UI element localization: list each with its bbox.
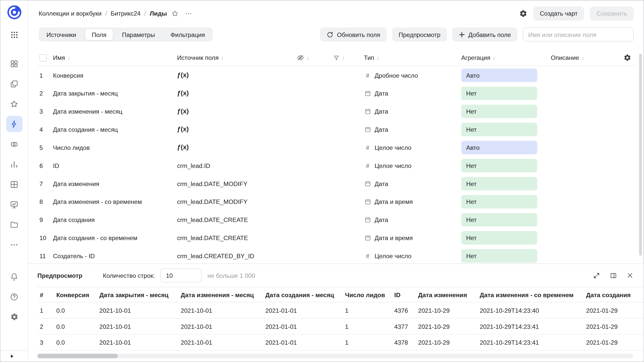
field-row[interactable]: 9 Дата создания crm_lead.DATE_CREATE Дат…	[37, 211, 636, 229]
tab-sources[interactable]: Источники	[38, 27, 84, 41]
field-row-number: 4	[37, 126, 53, 133]
row-count-input[interactable]	[160, 268, 202, 283]
aggregation-badge[interactable]: Нет	[461, 105, 537, 118]
sidebar-item-workbooks[interactable]	[6, 75, 22, 92]
save-button[interactable]: Сохранить	[590, 6, 634, 20]
select-all-checkbox[interactable]	[39, 54, 47, 61]
aggregation-badge[interactable]: Нет	[461, 213, 537, 227]
field-row[interactable]: 11 Создатель - ID crm_lead.CREATED_BY_ID…	[37, 247, 636, 263]
preview-column-header: Дата создания	[586, 291, 644, 298]
preview-toggle-button[interactable]: Предпросмотр	[392, 27, 447, 41]
field-name[interactable]: Дата создания	[53, 216, 177, 223]
apps-grid-icon[interactable]	[10, 31, 18, 39]
field-name[interactable]: Создатель - ID	[53, 252, 177, 259]
dataset-settings-gear-icon[interactable]	[519, 9, 528, 18]
datalens-logo-icon[interactable]	[6, 5, 22, 20]
refresh-fields-button[interactable]: Обновить поля	[320, 27, 387, 41]
horizontal-scrollbar-thumb[interactable]	[37, 354, 118, 358]
field-row-number: 6	[37, 162, 53, 169]
favorite-star-icon[interactable]	[172, 10, 179, 17]
sidebar-item-favorites[interactable]	[6, 96, 22, 112]
field-type[interactable]: # Дробное число	[358, 72, 461, 79]
tab-fields[interactable]: Поля	[85, 29, 113, 40]
add-field-button[interactable]: Добавить поле	[452, 27, 517, 41]
field-row[interactable]: 7 Дата изменения crm_lead.DATE_MODIFY Да…	[37, 174, 636, 193]
sidebar-item-charts[interactable]	[6, 156, 22, 172]
field-name[interactable]: ID	[53, 162, 177, 169]
aggregation-badge[interactable]: Нет	[461, 86, 537, 100]
field-type[interactable]: # Целое число	[358, 162, 461, 169]
tab-filtration[interactable]: Фильтрация	[163, 27, 213, 41]
field-name[interactable]: Дата закрытия - месяц	[53, 90, 177, 97]
breadcrumb-collections[interactable]: Коллекции и воркбуки	[38, 10, 101, 17]
field-type[interactable]: Дата	[358, 126, 461, 133]
field-name[interactable]: Дата изменения	[53, 180, 177, 187]
sidebar-item-dashboards[interactable]	[6, 196, 22, 212]
aggregation-badge[interactable]: Авто	[461, 141, 537, 154]
sidebar-item-collections[interactable]	[6, 55, 22, 72]
expand-preview-icon[interactable]	[593, 272, 600, 279]
tab-parameters[interactable]: Параметры	[114, 27, 163, 41]
aggregation-badge[interactable]: Нет	[461, 249, 537, 262]
breadcrumb-workbook[interactable]: Битрикс24	[111, 10, 141, 17]
dock-preview-icon[interactable]	[610, 272, 617, 279]
field-row[interactable]: 10 Дата создания - со временем crm_lead.…	[37, 229, 636, 247]
field-search-input[interactable]	[523, 27, 634, 41]
preview-actions	[593, 272, 633, 279]
vertical-scrollbar[interactable]	[639, 54, 642, 256]
create-chart-button[interactable]: Создать чарт	[533, 6, 584, 20]
field-name[interactable]: Дата создания - месяц	[53, 126, 177, 133]
field-row[interactable]: 4 Дата создания - месяц ƒ(x) Дата Нет	[37, 120, 636, 138]
field-row[interactable]: 8 Дата изменения - со временем crm_lead.…	[37, 193, 636, 211]
column-header-source[interactable]: Источник поля ↓	[177, 54, 294, 61]
field-type[interactable]: Дата	[358, 216, 461, 223]
field-type[interactable]: Дата	[358, 90, 461, 97]
field-name[interactable]: Конверсия	[53, 72, 177, 79]
column-header-aggregation[interactable]: Агрегация ↓	[461, 54, 542, 61]
aggregation-badge[interactable]: Нет	[461, 122, 537, 136]
field-type[interactable]: # Целое число	[358, 252, 461, 259]
sidebar-item-more[interactable]	[6, 236, 22, 253]
column-header-filter[interactable]: ↓	[329, 54, 358, 61]
field-aggregation-cell: Авто	[461, 141, 542, 154]
settings-button[interactable]	[6, 309, 22, 325]
sidebar-item-connections[interactable]	[6, 116, 22, 132]
column-header-description[interactable]: Описание ↓	[543, 54, 618, 61]
help-button[interactable]	[6, 289, 22, 305]
expand-sidebar-icon[interactable]	[10, 354, 15, 359]
field-row[interactable]: 2 Дата закрытия - месяц ƒ(x) Дата Нет	[37, 84, 636, 102]
aggregation-badge[interactable]: Нет	[461, 177, 537, 190]
preview-cell: 2021-10-29	[418, 323, 480, 330]
sidebar-item-files[interactable]	[6, 216, 22, 233]
table-settings-gear-icon[interactable]	[618, 54, 636, 62]
field-aggregation-cell: Нет	[461, 213, 542, 227]
sidebar-item-tables[interactable]	[6, 176, 22, 192]
field-type[interactable]: Дата	[358, 108, 461, 115]
aggregation-badge[interactable]: Авто	[461, 68, 537, 82]
field-row[interactable]: 3 Дата изменения - месяц ƒ(x) Дата Нет	[37, 102, 636, 120]
field-row[interactable]: 1 Конверсия ƒ(x) # Дробное число Авто	[37, 66, 636, 84]
sidebar-item-datasets[interactable]	[6, 136, 22, 152]
field-name[interactable]: Дата создания - со временем	[53, 234, 177, 241]
preview-column-header: Дата изменения	[418, 291, 480, 298]
column-header-type[interactable]: Тип ↓	[358, 54, 461, 61]
column-header-visibility[interactable]: ↓	[294, 54, 329, 62]
field-row[interactable]: 6 ID crm_lead.ID # Целое число Нет	[37, 156, 636, 174]
field-type[interactable]: Дата и время	[358, 198, 461, 205]
field-name[interactable]: Дата изменения - месяц	[53, 108, 177, 115]
number-type-icon: #	[364, 72, 371, 79]
notifications-button[interactable]	[6, 268, 22, 285]
field-name[interactable]: Дата изменения - со временем	[53, 198, 177, 205]
aggregation-badge[interactable]: Нет	[461, 231, 537, 244]
aggregation-badge[interactable]: Нет	[461, 159, 537, 172]
column-header-name[interactable]: Имя ↓	[53, 54, 177, 61]
field-name[interactable]: Число лидов	[53, 144, 177, 151]
more-actions-icon[interactable]	[185, 10, 192, 17]
field-type[interactable]: # Целое число	[358, 144, 461, 151]
field-row[interactable]: 5 Число лидов ƒ(x) # Целое число Авто	[37, 138, 636, 156]
preview-cell: 2021-10-01	[181, 339, 265, 346]
field-type[interactable]: Дата и время	[358, 234, 461, 241]
close-preview-icon[interactable]	[627, 272, 633, 279]
field-type[interactable]: Дата	[358, 180, 461, 187]
aggregation-badge[interactable]: Нет	[461, 195, 537, 208]
